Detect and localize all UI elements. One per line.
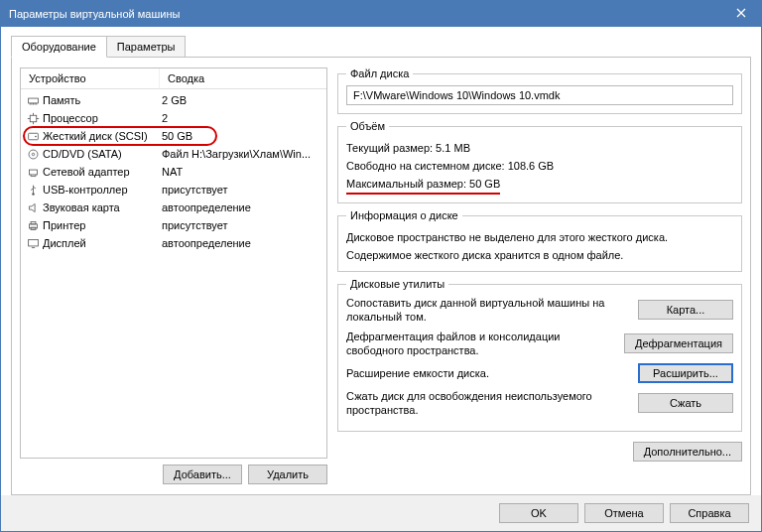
- hardware-panel: Устройство Сводка Память2 GBПроцессор2Же…: [11, 57, 751, 495]
- hdd-icon: [25, 130, 41, 143]
- disk-file-input[interactable]: [346, 85, 733, 105]
- net-icon: [25, 166, 41, 179]
- printer-icon: [25, 219, 41, 232]
- cpu-icon: [25, 112, 41, 125]
- util-defrag-row: Дефрагментация файлов и консолидации сво…: [346, 330, 733, 357]
- device-summary: автоопределение: [158, 201, 322, 213]
- device-row[interactable]: Дисплейавтоопределение: [21, 234, 326, 252]
- right-column: Файл диска Объём Текущий размер: 5.1 MB …: [337, 67, 742, 484]
- legend-utilities: Дисковые утилиты: [346, 278, 448, 290]
- device-name: Сетевой адаптер: [41, 166, 158, 178]
- device-row[interactable]: Процессор2: [21, 109, 326, 127]
- device-summary: присутствует: [158, 184, 322, 196]
- svg-point-7: [32, 193, 34, 195]
- add-button[interactable]: Добавить...: [163, 465, 242, 484]
- cd-icon: [25, 148, 41, 161]
- memory-icon: [25, 94, 41, 107]
- map-button[interactable]: Карта...: [638, 300, 733, 320]
- device-row[interactable]: USB-контроллерприсутствует: [21, 181, 326, 199]
- help-button[interactable]: Справка: [670, 503, 749, 523]
- fieldset-disk-info: Информация о диске Дисковое пространство…: [337, 209, 742, 272]
- fieldset-capacity: Объём Текущий размер: 5.1 MB Свободно на…: [337, 120, 742, 203]
- advanced-button[interactable]: Дополнительно...: [633, 442, 742, 462]
- device-summary: присутствует: [158, 219, 322, 231]
- content-area: Оборудование Параметры Устройство Сводка…: [1, 27, 761, 495]
- svg-rect-2: [28, 133, 38, 140]
- tab-hardware[interactable]: Оборудование: [11, 36, 107, 58]
- dialog-buttons: OK Отмена Справка: [1, 495, 761, 531]
- util-compact-text: Сжать диск для освобождения неиспользуем…: [346, 389, 632, 417]
- expand-button[interactable]: Расширить...: [638, 363, 733, 383]
- util-defrag-text: Дефрагментация файлов и консолидации сво…: [346, 330, 618, 357]
- device-row[interactable]: Жесткий диск (SCSI)50 GB: [21, 127, 326, 145]
- device-row[interactable]: Память2 GB: [21, 91, 326, 109]
- device-list-header: Устройство Сводка: [21, 68, 326, 89]
- device-list[interactable]: Устройство Сводка Память2 GBПроцессор2Же…: [20, 67, 327, 459]
- capacity-free: Свободно на системном диске: 108.6 GB: [346, 158, 733, 174]
- capacity-max-row: Максимальный размер: 50 GB: [346, 176, 733, 195]
- capacity-current: Текущий размер: 5.1 MB: [346, 140, 733, 156]
- device-name: Память: [41, 94, 158, 106]
- device-name: Дисплей: [41, 237, 158, 249]
- svg-rect-9: [31, 221, 36, 223]
- device-summary: Файл H:\Загрузки\Хлам\Win...: [158, 148, 322, 160]
- svg-rect-0: [28, 98, 38, 103]
- defrag-button[interactable]: Дефрагментация: [624, 333, 733, 353]
- vm-settings-window: Параметры виртуальной машины Оборудовани…: [0, 0, 762, 532]
- device-name: USB-контроллер: [41, 184, 158, 196]
- fieldset-utilities: Дисковые утилиты Сопоставить диск данной…: [337, 278, 742, 432]
- util-map-row: Сопоставить диск данной виртуальной маши…: [346, 296, 733, 324]
- svg-point-3: [35, 135, 37, 137]
- device-name: Звуковая карта: [41, 201, 158, 213]
- device-row[interactable]: CD/DVD (SATA)Файл H:\Загрузки\Хлам\Win..…: [21, 145, 326, 163]
- device-name: Жесткий диск (SCSI): [41, 130, 158, 142]
- fieldset-disk-file: Файл диска: [337, 67, 742, 114]
- cancel-button[interactable]: Отмена: [584, 503, 664, 523]
- util-map-text: Сопоставить диск данной виртуальной маши…: [346, 296, 632, 324]
- capacity-max-label: Максимальный размер:: [346, 178, 466, 190]
- svg-rect-6: [29, 170, 37, 175]
- tab-options[interactable]: Параметры: [106, 36, 187, 58]
- col-summary: Сводка: [160, 68, 326, 89]
- device-summary: NAT: [158, 166, 322, 178]
- util-compact-row: Сжать диск для освобождения неиспользуем…: [346, 389, 733, 417]
- device-name: Принтер: [41, 219, 158, 231]
- device-summary: 2: [158, 112, 322, 124]
- remove-button[interactable]: Удалить: [248, 465, 327, 484]
- legend-disk-file: Файл диска: [346, 67, 413, 79]
- legend-capacity: Объём: [346, 120, 389, 132]
- legend-disk-info: Информация о диске: [346, 209, 462, 221]
- advanced-row: Дополнительно...: [337, 442, 742, 462]
- diskinfo-line2: Содержимое жесткого диска хранится в одн…: [346, 247, 733, 263]
- usb-icon: [25, 184, 41, 197]
- device-summary: 50 GB: [158, 130, 322, 142]
- left-buttons: Добавить... Удалить: [20, 465, 327, 484]
- tabstrip: Оборудование Параметры: [11, 36, 751, 58]
- titlebar: Параметры виртуальной машины: [1, 1, 761, 27]
- util-expand-row: Расширение емкости диска. Расширить...: [346, 363, 733, 383]
- svg-rect-1: [30, 115, 37, 122]
- device-name: CD/DVD (SATA): [41, 148, 158, 160]
- device-row[interactable]: Сетевой адаптерNAT: [21, 163, 326, 181]
- close-button[interactable]: [721, 1, 761, 27]
- diskinfo-line1: Дисковое пространство не выделено для эт…: [346, 229, 733, 245]
- col-device: Устройство: [21, 68, 160, 89]
- ok-button[interactable]: OK: [499, 503, 578, 523]
- device-summary: 2 GB: [158, 94, 322, 106]
- device-name: Процессор: [41, 112, 158, 124]
- display-icon: [25, 237, 41, 250]
- window-title: Параметры виртуальной машины: [9, 8, 721, 20]
- svg-rect-11: [28, 239, 38, 246]
- device-rows: Память2 GBПроцессор2Жесткий диск (SCSI)5…: [21, 89, 326, 458]
- svg-point-4: [29, 150, 38, 159]
- left-column: Устройство Сводка Память2 GBПроцессор2Же…: [20, 67, 327, 484]
- device-row[interactable]: Принтерприсутствует: [21, 216, 326, 234]
- device-summary: автоопределение: [158, 237, 322, 249]
- util-expand-text: Расширение емкости диска.: [346, 366, 632, 380]
- close-icon: [736, 8, 746, 20]
- device-row[interactable]: Звуковая картаавтоопределение: [21, 199, 326, 216]
- compact-button[interactable]: Сжать: [638, 393, 733, 413]
- capacity-max-value: 50 GB: [469, 178, 500, 190]
- svg-point-5: [32, 153, 34, 155]
- sound-icon: [25, 201, 41, 214]
